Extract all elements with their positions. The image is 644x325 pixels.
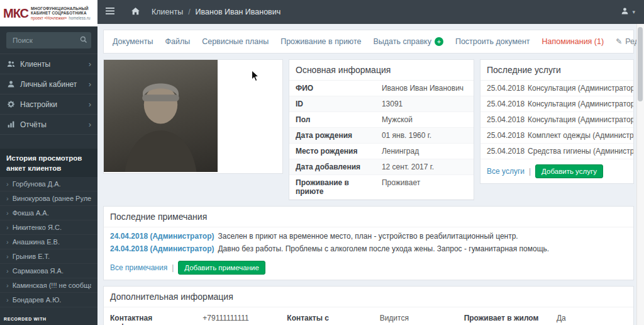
- chevron-right-icon: ›: [6, 195, 9, 202]
- sidebar-item-clients[interactable]: Клиенты ›: [0, 54, 97, 74]
- all-services-link[interactable]: Все услуги: [487, 167, 525, 176]
- tab-documents[interactable]: Документы: [113, 37, 153, 46]
- sidebar-item-personal-cabinet[interactable]: Личный кабинет ›: [0, 74, 97, 94]
- sidebar-search: [0, 26, 97, 54]
- basic-info-panel: Основная информация ФИОИванов Иван Ивано…: [289, 59, 474, 200]
- history-item[interactable]: ›Сармакова Я.А.: [0, 264, 97, 278]
- table-row: ПолМужской: [289, 112, 474, 128]
- app-logo: МКС МНОГОФУНКЦИОНАЛЬНЫЙ КАБИНЕТ СОЦРАБОТ…: [0, 0, 97, 26]
- plus-icon: +: [435, 37, 443, 46]
- sidebar-toggle-button[interactable]: [97, 0, 123, 24]
- tab-issue-certificate[interactable]: Выдать справку +: [374, 37, 443, 46]
- all-notes-link[interactable]: Все примечания: [110, 263, 167, 272]
- history-item[interactable]: ›Фокша А.А.: [0, 206, 97, 220]
- panel-title: Последние примечания: [104, 207, 633, 227]
- history-item[interactable]: ›Горбунова Д.А.: [0, 177, 97, 191]
- history-item[interactable]: ›Бондарев А.Ю.: [0, 293, 97, 307]
- client-tabbar: Документы Файлы Сервисные планы Проживан…: [103, 30, 634, 54]
- user-icon: [6, 80, 15, 88]
- report-icon: [6, 120, 15, 128]
- content-area: Документы Файлы Сервисные планы Проживан…: [97, 24, 644, 325]
- tab-files[interactable]: Файлы: [165, 37, 190, 46]
- chevron-right-icon: ›: [89, 79, 91, 89]
- panel-title: Дополнительная информация: [104, 287, 633, 307]
- table-row: Контактная информация+79111111111: [110, 310, 269, 325]
- list-item: 25.04.2018Консультация (Администратор): [480, 81, 633, 96]
- history-item[interactable]: ›Каминская (!!! не сообщат: [0, 278, 97, 293]
- separator: |: [172, 263, 174, 272]
- main-column: Клиенты / Иванов Иван Иванович ▾ Докумен…: [97, 0, 644, 325]
- history-list: ›Горбунова Д.А. ›Винокурова (ранее Рулев…: [0, 177, 97, 314]
- notes-footer: Все примечания | Добавить примечание: [104, 255, 633, 280]
- sidebar-menu: Клиенты › Личный кабинет › Настройки › О…: [0, 54, 97, 135]
- additional-info-columns: Контактная информация+79111111111 Дата н…: [104, 307, 633, 325]
- tab-shelter-residence[interactable]: Проживание в приюте: [280, 37, 361, 46]
- table-row: ФИОИванов Иван Иванович: [289, 81, 474, 96]
- table-row: Контакты с родственникамиВидится: [287, 310, 446, 325]
- sidebar-item-reports[interactable]: Отчёты ›: [0, 115, 97, 135]
- list-item: 25.04.2018Консультация (Администратор): [480, 96, 633, 112]
- breadcrumb-separator: /: [188, 8, 190, 16]
- app-window: МКС МНОГОФУНКЦИОНАЛЬНЫЙ КАБИНЕТ СОЦРАБОТ…: [0, 0, 644, 325]
- history-item[interactable]: ›Никитенко Я.С.: [0, 220, 97, 235]
- caret-down-icon: ▾: [632, 9, 635, 15]
- additional-info-column-2: Контакты с родственникамиВидится Наличие…: [287, 310, 446, 325]
- services-footer: Все услуги | Добавить услугу: [480, 159, 633, 183]
- tab-service-plans[interactable]: Сервисные планы: [202, 37, 269, 46]
- table-row: ID13091: [289, 96, 474, 112]
- table-row: Дата добавления12 сент. 2017 г.: [289, 159, 474, 175]
- panel-title: Последние услуги: [480, 60, 633, 81]
- note-item: 24.04.2018 (Администратор)Заселен в прию…: [110, 230, 627, 242]
- topbar: Клиенты / Иванов Иван Иванович ▾: [97, 0, 644, 24]
- home-icon: [131, 8, 140, 17]
- photo-panel: [103, 59, 283, 174]
- note-date-link[interactable]: 24.04.2018 (Администратор): [110, 232, 214, 241]
- list-item: 25.04.2018Консультация (Администратор): [480, 112, 633, 128]
- tab-build-document[interactable]: Построить документ: [455, 37, 530, 46]
- client-photo: [104, 60, 218, 172]
- hamburger-icon: [106, 8, 114, 16]
- chevron-right-icon: ›: [6, 209, 9, 217]
- recent-services-panel: Последние услуги 25.04.2018Консультация …: [480, 59, 634, 184]
- breadcrumb: Клиенты / Иванов Иван Иванович: [152, 8, 280, 16]
- user-menu[interactable]: ▾: [612, 0, 644, 24]
- recent-notes-panel: Последние примечания 24.04.2018 (Админис…: [103, 206, 634, 280]
- table-row: Место рожденияЛенинград: [289, 144, 474, 159]
- logo-abbr: МКС: [3, 7, 28, 20]
- chevron-right-icon: ›: [6, 238, 9, 246]
- additional-info-column-3: Проживает в жилом помещенииДа Вид жилого…: [464, 310, 623, 325]
- basic-info-table: ФИОИванов Иван Иванович ID13091 ПолМужск…: [289, 81, 474, 200]
- search-icon[interactable]: [80, 35, 87, 46]
- notes-list: 24.04.2018 (Администратор)Заселен в прию…: [104, 227, 633, 255]
- history-item[interactable]: ›Грынив Е.Т.: [0, 249, 97, 264]
- history-header: История просмотров анкет клиентов: [0, 149, 97, 177]
- users-icon: [6, 60, 15, 68]
- search-input[interactable]: [11, 36, 80, 45]
- add-note-button[interactable]: Добавить примечание: [178, 261, 265, 275]
- chevron-right-icon: ›: [89, 100, 91, 109]
- additional-info-panel: Дополнительная информация Контактная инф…: [103, 286, 634, 325]
- scrollbar[interactable]: [636, 24, 644, 325]
- chevron-right-icon: ›: [89, 59, 91, 69]
- gear-icon: [6, 100, 15, 108]
- scrollbar-thumb[interactable]: [638, 27, 643, 101]
- client-photo-silhouette: [104, 60, 218, 172]
- chevron-right-icon: ›: [6, 224, 9, 231]
- add-service-button[interactable]: Добавить услугу: [535, 164, 603, 178]
- person-icon: [621, 7, 629, 17]
- note-date-link[interactable]: 24.04.2018 (Администратор): [110, 244, 214, 253]
- tab-reminders[interactable]: Напоминания (1): [542, 37, 604, 46]
- panel-title: Основная информация: [289, 60, 474, 81]
- chevron-right-icon: ›: [6, 296, 9, 304]
- logo-text: МНОГОФУНКЦИОНАЛЬНЫЙ КАБИНЕТ СОЦРАБОТНИКА…: [31, 6, 90, 20]
- table-row: Проживание в приютеПроживает: [289, 175, 474, 200]
- list-item: 25.04.2018Средства гигиены (Администрато…: [480, 144, 633, 159]
- breadcrumb-clients[interactable]: Клиенты: [152, 8, 183, 16]
- additional-info-column-1: Контактная информация+79111111111 Дата н…: [110, 310, 269, 325]
- chevron-right-icon: ›: [6, 282, 9, 289]
- breadcrumb-current-client: Иванов Иван Иванович: [196, 8, 281, 16]
- history-item[interactable]: ›Анашкина Е.В.: [0, 235, 97, 249]
- history-item[interactable]: ›Винокурова (ранее Рулева: [0, 191, 97, 206]
- sidebar-item-settings[interactable]: Настройки ›: [0, 94, 97, 115]
- home-button[interactable]: [123, 0, 148, 24]
